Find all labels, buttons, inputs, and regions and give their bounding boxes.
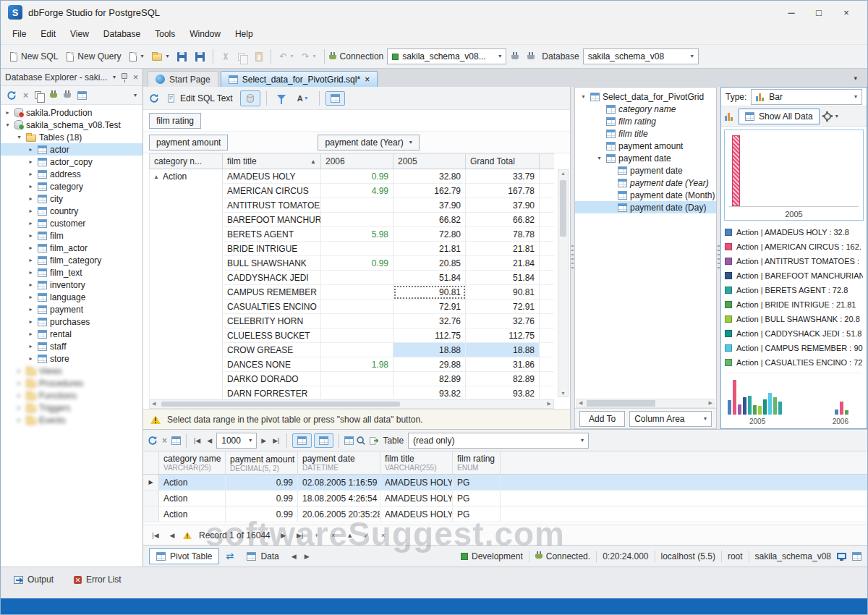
pivot-cell-2006[interactable]	[321, 328, 393, 343]
delete-record-icon[interactable]: ×	[327, 529, 340, 542]
pivot-cell-2005[interactable]: 82.89	[393, 372, 466, 386]
page-size-combobox[interactable]: 1000▾	[216, 433, 257, 449]
pivot-film-title[interactable]: BERETS AGENT	[223, 227, 321, 242]
edit-sql-text-button[interactable]: Edit SQL Text	[162, 91, 237, 106]
search-icon[interactable]	[356, 436, 366, 446]
pivot-cell-2005[interactable]: 66.82	[393, 213, 466, 227]
tree-table-item[interactable]: ▸category	[1, 180, 142, 192]
minimize-button[interactable]: ─	[778, 4, 805, 21]
chart-overview[interactable]: 2005 2006	[726, 373, 861, 425]
expander-icon[interactable]: ▸	[4, 109, 12, 116]
scroll-tabs-left-icon[interactable]: ◀	[289, 553, 299, 560]
column-header-film-title[interactable]: film title▲	[223, 153, 321, 169]
expander-icon[interactable]: ▸	[27, 269, 35, 276]
pivot-film-title[interactable]: CROW GREASE	[223, 343, 321, 357]
pivot-cell-2005[interactable]: 112.75	[393, 328, 466, 343]
chart-type-combobox[interactable]: Bar ▾	[751, 89, 862, 105]
scroll-right-icon[interactable]: ▶	[709, 400, 712, 406]
expander-icon[interactable]: ▸	[15, 380, 23, 386]
splitter[interactable]	[571, 87, 574, 429]
pivot-row[interactable]: ANTITRUST TOMATOES37.9037.90	[223, 198, 554, 213]
data-row[interactable]: Action 0.99 18.08.2005 4:26:54 AMADEUS H…	[143, 491, 867, 506]
expander-icon[interactable]: ▸	[27, 146, 35, 153]
tree-connection-offline[interactable]: ▸sakila.Production	[1, 106, 142, 119]
pivot-film-title[interactable]: CLUELESS BUCKET	[223, 328, 321, 343]
expander-icon[interactable]: ▸	[27, 257, 35, 263]
cell-amount[interactable]: 0.99	[226, 491, 298, 506]
cancel-edit-icon[interactable]: ×	[377, 529, 390, 542]
cell-rating[interactable]: PG	[453, 491, 501, 506]
pivot-cell-total[interactable]: 82.89	[466, 372, 540, 386]
column-header[interactable]: category nameVARCHAR(25)	[159, 451, 226, 474]
grid-view-button[interactable]	[292, 433, 312, 448]
layout-button[interactable]	[326, 91, 345, 106]
expander-icon[interactable]: ▸	[27, 331, 35, 337]
paste-button[interactable]	[252, 49, 266, 64]
tree-table-item[interactable]: ▸rental	[1, 328, 142, 340]
menu-window[interactable]: Window	[182, 25, 228, 43]
save-all-button[interactable]	[192, 49, 208, 64]
menu-database[interactable]: Database	[96, 25, 148, 43]
legend-item[interactable]: Action | CAMPUS REMEMBER : 90	[725, 341, 863, 355]
first-record-icon[interactable]: |◀	[149, 529, 162, 542]
pivot-film-title[interactable]: BAREFOOT MANCHURIAN	[223, 213, 321, 227]
close-panel-icon[interactable]: ×	[133, 72, 138, 82]
pivot-cell-2005[interactable]: 72.91	[393, 300, 466, 314]
pivot-film-title[interactable]: CAMPUS REMEMBER	[223, 285, 321, 300]
pivot-cell-2006[interactable]: 0.99	[321, 256, 393, 271]
pivot-row[interactable]: DANCES NONE1.9829.8831.86	[223, 357, 554, 372]
expander-icon[interactable]: ▸	[15, 417, 23, 423]
field-item[interactable]: category name	[575, 103, 716, 115]
pivot-cell-total[interactable]: 21.81	[466, 242, 540, 256]
pivot-cell-total[interactable]: 51.84	[466, 271, 540, 285]
pivot-row[interactable]: CASUALTIES ENCINO72.9172.91	[223, 300, 554, 314]
tree-folder-tables[interactable]: ▾Tables (18)	[1, 131, 142, 143]
tree-folder-blurred[interactable]: ▸Triggers	[1, 402, 142, 414]
pivot-film-title[interactable]: DARN FORRESTER	[223, 386, 321, 399]
scrollbar-thumb[interactable]	[587, 400, 655, 407]
show-all-data-button[interactable]: Show All Data	[739, 109, 820, 124]
pivot-cell-2006[interactable]	[321, 386, 393, 399]
pivot-cell-2005[interactable]: 21.81	[393, 242, 466, 256]
refresh-icon[interactable]	[149, 93, 159, 103]
expander-icon[interactable]: ▾	[595, 155, 603, 161]
pivot-cell-total[interactable]: 93.82	[466, 386, 540, 399]
last-page-icon[interactable]: ▶|	[271, 437, 281, 444]
group-collapse-icon[interactable]: ▲	[153, 174, 159, 180]
cell-category[interactable]: Action	[159, 475, 226, 490]
tab-pivot-table[interactable]: Pivot Table	[149, 548, 219, 564]
pivot-cell-2005[interactable]: 20.85	[393, 256, 466, 271]
add-to-button[interactable]: Add To	[579, 411, 625, 427]
pivot-vertical-scrollbar[interactable]: ▲▼	[558, 169, 569, 397]
cell-rating[interactable]: PG	[453, 506, 501, 522]
grid-options-icon[interactable]	[171, 436, 181, 445]
cell-amount[interactable]: 0.99	[226, 475, 298, 490]
scroll-right-icon[interactable]: ▶	[548, 401, 551, 407]
swap-views-icon[interactable]: ⇄	[223, 551, 237, 561]
gear-icon[interactable]	[824, 113, 831, 120]
edit-record-icon[interactable]: ▲	[344, 529, 357, 542]
pivot-row[interactable]: CLUELESS BUCKET112.75112.75	[223, 328, 554, 343]
redo-button[interactable]: ↷▾	[299, 48, 320, 64]
close-tab-icon[interactable]: ×	[365, 75, 370, 85]
save-button[interactable]	[174, 49, 190, 64]
pivot-row[interactable]: CADDYSHACK JEDI51.8451.84	[223, 271, 554, 285]
pivot-film-title[interactable]: BRIDE INTRIGUE	[223, 242, 321, 256]
stop-icon[interactable]: ×	[160, 436, 169, 446]
data-row[interactable]: Action 0.99 20.06.2005 20:35:28 AMADEUS …	[143, 506, 867, 522]
cell-title[interactable]: AMADEUS HOLY	[380, 491, 453, 506]
prev-record-icon[interactable]: ◀	[166, 529, 179, 542]
pivot-film-title[interactable]: CELEBRITY HORN	[223, 314, 321, 328]
dropdown-caret-icon[interactable]: ▾	[835, 114, 838, 119]
pivot-film-title[interactable]: DARKO DORADO	[223, 372, 321, 386]
field-root[interactable]: ▾Select_data_for_PivotGrid	[575, 90, 716, 103]
pin-icon[interactable]	[122, 73, 127, 79]
area-combobox[interactable]: Column Area▾	[629, 411, 712, 427]
expander-icon[interactable]: ▸	[27, 208, 35, 214]
pivot-cell-2006[interactable]	[321, 271, 393, 285]
pivot-cell-total[interactable]: 72.91	[466, 300, 540, 314]
pivot-row[interactable]: DARKO DORADO82.8982.89	[223, 372, 554, 386]
pivot-cell-2006[interactable]: 5.98	[321, 227, 393, 242]
pivot-cell-2006[interactable]	[321, 314, 393, 328]
cell-date[interactable]: 20.06.2005 20:35:28	[298, 506, 380, 522]
